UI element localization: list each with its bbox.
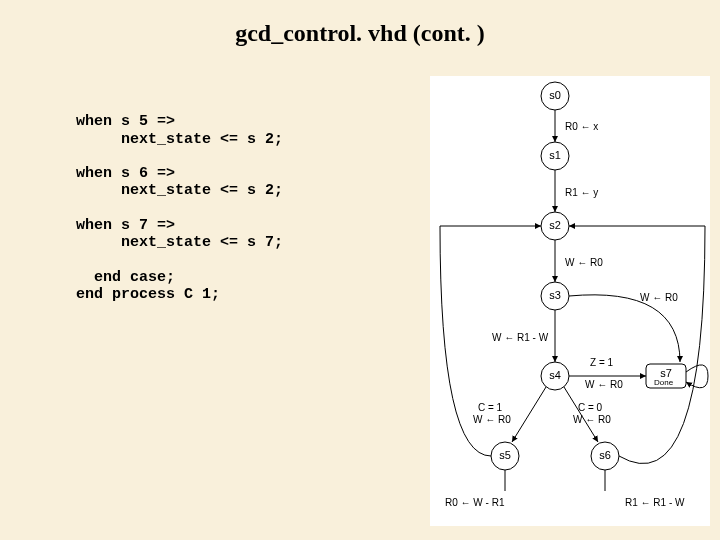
edge-done: Done bbox=[654, 378, 674, 387]
state-s1: s1 bbox=[549, 149, 561, 161]
edge-wr0l: W ← R0 bbox=[640, 292, 678, 303]
kw-endcase: end case bbox=[76, 269, 166, 286]
edge-r1y: R1 ← y bbox=[565, 187, 598, 198]
svg-line-11 bbox=[512, 387, 546, 442]
code-ns2: next_state <= s 2; bbox=[76, 182, 283, 199]
state-s6: s6 bbox=[599, 449, 611, 461]
edge-r0wr1: R0 ← W - R1 bbox=[445, 497, 505, 508]
code-ns1: next_state <= s 2; bbox=[76, 131, 283, 148]
state-s0: s0 bbox=[549, 89, 561, 101]
state-s3: s3 bbox=[549, 289, 561, 301]
code-block: when s 5 => next_state <= s 2; when s 6 … bbox=[76, 96, 283, 303]
state-diagram: s0 R0 ← x s1 R1 ← y s2 W ← R0 s3 W ← R1 … bbox=[430, 76, 710, 526]
edge-z1b: W ← R0 bbox=[585, 379, 623, 390]
code-s7: s 7 => bbox=[112, 217, 175, 234]
edge-c1: C = 1 bbox=[478, 402, 503, 413]
edge-c0: C = 0 bbox=[578, 402, 603, 413]
edge-r1r1w: R1 ← R1 - W bbox=[625, 497, 685, 508]
state-s2: s2 bbox=[549, 219, 561, 231]
edge-wr0: W ← R0 bbox=[565, 257, 603, 268]
code-s5: s 5 => bbox=[112, 113, 175, 130]
code-c1: C 1; bbox=[175, 286, 220, 303]
kw-endprocess: end process bbox=[76, 286, 175, 303]
edge-c1b: W ← R0 bbox=[473, 414, 511, 425]
edge-z1: Z = 1 bbox=[590, 357, 614, 368]
slide-title: gcd_control. vhd (cont. ) bbox=[0, 0, 720, 57]
edge-c0b: W ← R0 bbox=[573, 414, 611, 425]
code-ns3: next_state <= s 7; bbox=[76, 234, 283, 251]
code-s6: s 6 => bbox=[112, 165, 175, 182]
kw-when-2: when bbox=[76, 165, 112, 182]
code-sc1: ; bbox=[166, 269, 175, 286]
state-s5: s5 bbox=[499, 449, 511, 461]
edge-wr1w: W ← R1 - W bbox=[492, 332, 549, 343]
state-s4: s4 bbox=[549, 369, 561, 381]
edge-r0x: R0 ← x bbox=[565, 121, 598, 132]
kw-when-3: when bbox=[76, 217, 112, 234]
kw-when-1: when bbox=[76, 113, 112, 130]
